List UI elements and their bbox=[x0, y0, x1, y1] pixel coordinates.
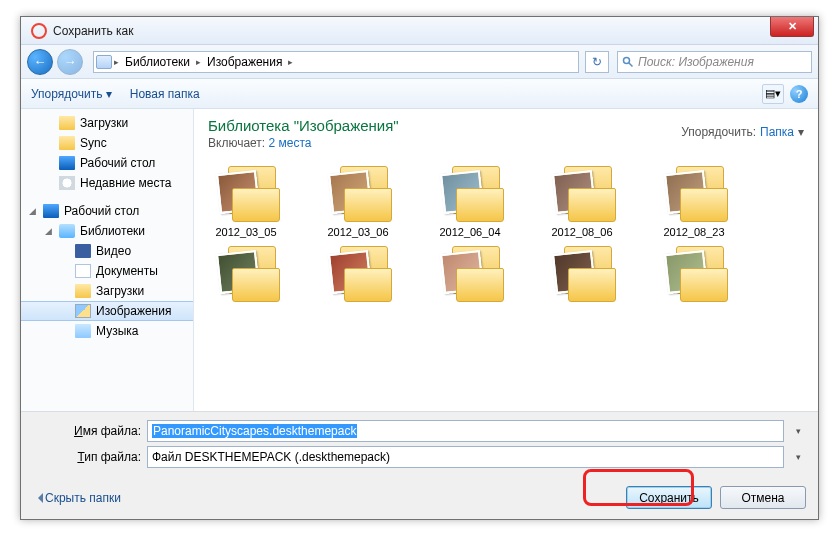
hide-folders-link[interactable]: Скрыть папки bbox=[33, 491, 121, 505]
sidebar-item-recent[interactable]: Недавние места bbox=[21, 173, 193, 193]
sidebar-item-video[interactable]: Видео bbox=[21, 241, 193, 261]
svg-point-0 bbox=[624, 57, 630, 63]
organize-menu[interactable]: Упорядочить ▾ bbox=[31, 87, 112, 101]
sidebar-item-downloads-lib[interactable]: Загрузки bbox=[21, 281, 193, 301]
chevron-down-icon: ▾ bbox=[798, 125, 804, 139]
cancel-button[interactable]: Отмена bbox=[720, 486, 806, 509]
folder-grid: 2012_03_05 2012_03_06 2012_06_04 2012_08… bbox=[194, 156, 818, 411]
expand-icon[interactable]: ◢ bbox=[29, 206, 36, 216]
search-input[interactable]: Поиск: Изображения bbox=[617, 51, 812, 73]
close-button[interactable]: ✕ bbox=[770, 17, 814, 37]
pictures-icon bbox=[75, 304, 91, 318]
file-fields: Имя файла: PanoramicCityscapes.desktheme… bbox=[21, 411, 818, 480]
chevron-right-icon: ▸ bbox=[288, 57, 293, 67]
crumb-libraries[interactable]: Библиотеки bbox=[121, 55, 194, 69]
sidebar-item-downloads[interactable]: Загрузки bbox=[21, 113, 193, 133]
titlebar: Сохранить как ✕ bbox=[21, 17, 818, 45]
recent-icon bbox=[59, 176, 75, 190]
breadcrumb[interactable]: ▸ Библиотеки ▸ Изображения ▸ bbox=[93, 51, 579, 73]
arrange-by[interactable]: Упорядочить: Папка ▾ bbox=[681, 117, 804, 139]
folder-item[interactable]: 2012_03_05 bbox=[198, 164, 294, 238]
sidebar-item-desktop[interactable]: Рабочий стол bbox=[21, 153, 193, 173]
sidebar-item-desktop-root[interactable]: ◢Рабочий стол bbox=[21, 201, 193, 221]
folder-item[interactable]: 2012_06_04 bbox=[422, 164, 518, 238]
filename-input[interactable]: PanoramicCityscapes.deskthemepack bbox=[147, 420, 784, 442]
folder-item[interactable] bbox=[534, 244, 630, 306]
folder-item[interactable] bbox=[422, 244, 518, 306]
expand-icon[interactable]: ◢ bbox=[45, 226, 52, 236]
library-heading: Библиотека "Изображения" bbox=[208, 117, 399, 134]
locations-link[interactable]: 2 места bbox=[269, 136, 312, 150]
sidebar-item-libraries[interactable]: ◢Библиотеки bbox=[21, 221, 193, 241]
new-folder-button[interactable]: Новая папка bbox=[130, 87, 200, 101]
folder-item[interactable]: 2012_08_23 bbox=[646, 164, 742, 238]
window-title: Сохранить как bbox=[53, 24, 133, 38]
chevron-right-icon: ▸ bbox=[196, 57, 201, 67]
folder-icon bbox=[59, 116, 75, 130]
video-icon bbox=[75, 244, 91, 258]
desktop-icon bbox=[59, 156, 75, 170]
music-icon bbox=[75, 324, 91, 338]
folder-item[interactable] bbox=[646, 244, 742, 306]
save-as-dialog: Сохранить как ✕ ← → ▸ Библиотеки ▸ Изобр… bbox=[20, 16, 819, 520]
chevron-right-icon: ▸ bbox=[114, 57, 119, 67]
nav-bar: ← → ▸ Библиотеки ▸ Изображения ▸ ↻ Поиск… bbox=[21, 45, 818, 79]
content-pane: Библиотека "Изображения" Включает: 2 мес… bbox=[194, 109, 818, 411]
opera-icon bbox=[31, 23, 47, 39]
sidebar-item-pictures[interactable]: Изображения bbox=[21, 301, 193, 321]
view-options-button[interactable]: ▤▾ bbox=[762, 84, 784, 104]
nav-back-button[interactable]: ← bbox=[27, 49, 53, 75]
svg-line-1 bbox=[629, 62, 633, 66]
libraries-icon bbox=[59, 224, 75, 238]
footer: Скрыть папки Сохранить Отмена bbox=[21, 480, 818, 519]
save-button[interactable]: Сохранить bbox=[626, 486, 712, 509]
help-button[interactable]: ? bbox=[790, 85, 808, 103]
library-icon bbox=[96, 55, 112, 69]
document-icon bbox=[75, 264, 91, 278]
folder-item[interactable] bbox=[198, 244, 294, 306]
desktop-icon bbox=[43, 204, 59, 218]
folder-icon bbox=[59, 136, 75, 150]
sidebar: Загрузки Sync Рабочий стол Недавние мест… bbox=[21, 109, 194, 411]
folder-icon bbox=[75, 284, 91, 298]
filename-dropdown[interactable]: ▾ bbox=[790, 426, 806, 436]
refresh-button[interactable]: ↻ bbox=[585, 51, 609, 73]
crumb-pictures[interactable]: Изображения bbox=[203, 55, 286, 69]
filetype-dropdown[interactable]: ▾ bbox=[790, 452, 806, 462]
sidebar-item-documents[interactable]: Документы bbox=[21, 261, 193, 281]
toolbar: Упорядочить ▾ Новая папка ▤▾ ? bbox=[21, 79, 818, 109]
search-icon bbox=[622, 56, 634, 68]
sidebar-item-music[interactable]: Музыка bbox=[21, 321, 193, 341]
nav-forward-button[interactable]: → bbox=[57, 49, 83, 75]
filetype-select[interactable]: Файл DESKTHEMEPACK (.deskthemepack) bbox=[147, 446, 784, 468]
folder-item[interactable]: 2012_08_06 bbox=[534, 164, 630, 238]
filetype-label: Тип файла: bbox=[33, 450, 141, 464]
library-subheading: Включает: 2 места bbox=[208, 136, 399, 150]
filename-label: Имя файла: bbox=[33, 424, 141, 438]
folder-item[interactable]: 2012_03_06 bbox=[310, 164, 406, 238]
folder-item[interactable] bbox=[310, 244, 406, 306]
sidebar-item-sync[interactable]: Sync bbox=[21, 133, 193, 153]
